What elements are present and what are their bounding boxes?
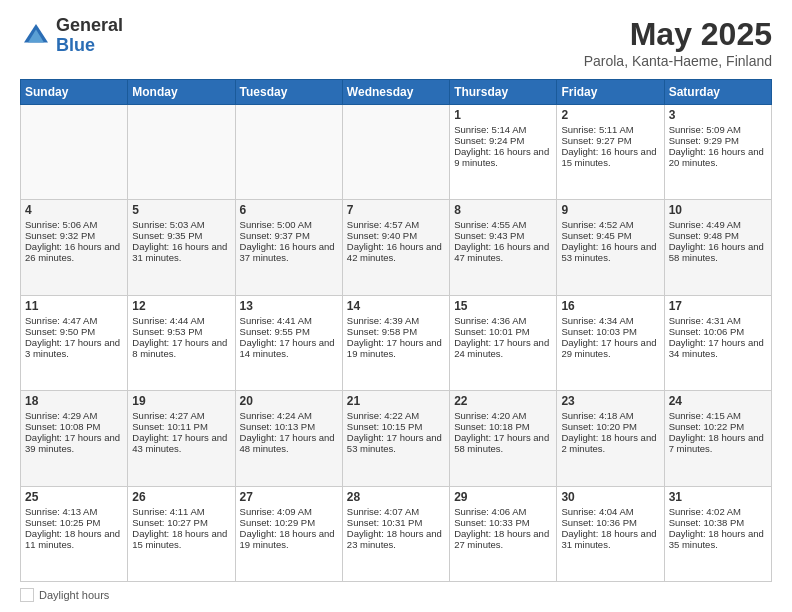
calendar-table: SundayMondayTuesdayWednesdayThursdayFrid…: [20, 79, 772, 582]
day-info: Sunrise: 4:34 AM Sunset: 10:03 PM Daylig…: [561, 315, 656, 359]
daylight-label: Daylight hours: [39, 589, 109, 601]
calendar-cell: 19Sunrise: 4:27 AM Sunset: 10:11 PM Dayl…: [128, 391, 235, 486]
day-info: Sunrise: 4:09 AM Sunset: 10:29 PM Daylig…: [240, 506, 335, 550]
logo-general: General: [56, 15, 123, 35]
week-row-3: 11Sunrise: 4:47 AM Sunset: 9:50 PM Dayli…: [21, 295, 772, 390]
day-info: Sunrise: 4:55 AM Sunset: 9:43 PM Dayligh…: [454, 219, 549, 263]
calendar-cell: 27Sunrise: 4:09 AM Sunset: 10:29 PM Dayl…: [235, 486, 342, 581]
day-info: Sunrise: 4:02 AM Sunset: 10:38 PM Daylig…: [669, 506, 764, 550]
calendar-cell: [342, 105, 449, 200]
logo-icon: [20, 20, 52, 52]
weekday-header-sunday: Sunday: [21, 80, 128, 105]
page: General Blue May 2025 Parola, Kanta-Haem…: [0, 0, 792, 612]
day-info: Sunrise: 4:22 AM Sunset: 10:15 PM Daylig…: [347, 410, 442, 454]
day-number: 23: [561, 394, 659, 408]
day-number: 9: [561, 203, 659, 217]
day-info: Sunrise: 4:15 AM Sunset: 10:22 PM Daylig…: [669, 410, 764, 454]
weekday-header-row: SundayMondayTuesdayWednesdayThursdayFrid…: [21, 80, 772, 105]
title-block: May 2025 Parola, Kanta-Haeme, Finland: [584, 16, 772, 69]
calendar-cell: 20Sunrise: 4:24 AM Sunset: 10:13 PM Dayl…: [235, 391, 342, 486]
calendar-cell: 28Sunrise: 4:07 AM Sunset: 10:31 PM Dayl…: [342, 486, 449, 581]
week-row-2: 4Sunrise: 5:06 AM Sunset: 9:32 PM Daylig…: [21, 200, 772, 295]
calendar-cell: 8Sunrise: 4:55 AM Sunset: 9:43 PM Daylig…: [450, 200, 557, 295]
weekday-header-thursday: Thursday: [450, 80, 557, 105]
month-title: May 2025: [584, 16, 772, 53]
day-info: Sunrise: 4:41 AM Sunset: 9:55 PM Dayligh…: [240, 315, 335, 359]
day-info: Sunrise: 5:06 AM Sunset: 9:32 PM Dayligh…: [25, 219, 120, 263]
calendar-cell: [21, 105, 128, 200]
logo-text: General Blue: [56, 16, 123, 56]
calendar-cell: 18Sunrise: 4:29 AM Sunset: 10:08 PM Dayl…: [21, 391, 128, 486]
calendar-cell: 9Sunrise: 4:52 AM Sunset: 9:45 PM Daylig…: [557, 200, 664, 295]
weekday-header-saturday: Saturday: [664, 80, 771, 105]
day-number: 25: [25, 490, 123, 504]
legend: Daylight hours: [20, 588, 772, 602]
calendar-cell: [235, 105, 342, 200]
calendar-cell: 5Sunrise: 5:03 AM Sunset: 9:35 PM Daylig…: [128, 200, 235, 295]
day-number: 20: [240, 394, 338, 408]
calendar-cell: 21Sunrise: 4:22 AM Sunset: 10:15 PM Dayl…: [342, 391, 449, 486]
calendar-cell: 30Sunrise: 4:04 AM Sunset: 10:36 PM Dayl…: [557, 486, 664, 581]
legend-item-daylight: Daylight hours: [20, 588, 109, 602]
day-number: 24: [669, 394, 767, 408]
day-number: 28: [347, 490, 445, 504]
day-number: 29: [454, 490, 552, 504]
day-number: 14: [347, 299, 445, 313]
day-number: 19: [132, 394, 230, 408]
day-info: Sunrise: 4:07 AM Sunset: 10:31 PM Daylig…: [347, 506, 442, 550]
day-info: Sunrise: 4:11 AM Sunset: 10:27 PM Daylig…: [132, 506, 227, 550]
day-info: Sunrise: 4:49 AM Sunset: 9:48 PM Dayligh…: [669, 219, 764, 263]
day-info: Sunrise: 4:18 AM Sunset: 10:20 PM Daylig…: [561, 410, 656, 454]
day-info: Sunrise: 4:47 AM Sunset: 9:50 PM Dayligh…: [25, 315, 120, 359]
calendar-cell: 22Sunrise: 4:20 AM Sunset: 10:18 PM Dayl…: [450, 391, 557, 486]
day-number: 13: [240, 299, 338, 313]
day-number: 3: [669, 108, 767, 122]
day-number: 17: [669, 299, 767, 313]
day-number: 30: [561, 490, 659, 504]
weekday-header-friday: Friday: [557, 80, 664, 105]
day-number: 16: [561, 299, 659, 313]
calendar-cell: 31Sunrise: 4:02 AM Sunset: 10:38 PM Dayl…: [664, 486, 771, 581]
day-info: Sunrise: 4:27 AM Sunset: 10:11 PM Daylig…: [132, 410, 227, 454]
day-number: 5: [132, 203, 230, 217]
day-info: Sunrise: 5:11 AM Sunset: 9:27 PM Dayligh…: [561, 124, 656, 168]
calendar-cell: 6Sunrise: 5:00 AM Sunset: 9:37 PM Daylig…: [235, 200, 342, 295]
day-info: Sunrise: 4:44 AM Sunset: 9:53 PM Dayligh…: [132, 315, 227, 359]
logo-blue: Blue: [56, 35, 95, 55]
calendar-cell: 14Sunrise: 4:39 AM Sunset: 9:58 PM Dayli…: [342, 295, 449, 390]
calendar-cell: 24Sunrise: 4:15 AM Sunset: 10:22 PM Dayl…: [664, 391, 771, 486]
day-number: 15: [454, 299, 552, 313]
day-number: 11: [25, 299, 123, 313]
calendar-cell: 15Sunrise: 4:36 AM Sunset: 10:01 PM Dayl…: [450, 295, 557, 390]
day-info: Sunrise: 4:04 AM Sunset: 10:36 PM Daylig…: [561, 506, 656, 550]
calendar-cell: 29Sunrise: 4:06 AM Sunset: 10:33 PM Dayl…: [450, 486, 557, 581]
day-info: Sunrise: 4:36 AM Sunset: 10:01 PM Daylig…: [454, 315, 549, 359]
calendar-cell: 2Sunrise: 5:11 AM Sunset: 9:27 PM Daylig…: [557, 105, 664, 200]
day-number: 22: [454, 394, 552, 408]
day-number: 8: [454, 203, 552, 217]
calendar-cell: 1Sunrise: 5:14 AM Sunset: 9:24 PM Daylig…: [450, 105, 557, 200]
calendar-cell: 25Sunrise: 4:13 AM Sunset: 10:25 PM Dayl…: [21, 486, 128, 581]
calendar-cell: 3Sunrise: 5:09 AM Sunset: 9:29 PM Daylig…: [664, 105, 771, 200]
day-info: Sunrise: 5:14 AM Sunset: 9:24 PM Dayligh…: [454, 124, 549, 168]
calendar-cell: [128, 105, 235, 200]
weekday-header-tuesday: Tuesday: [235, 80, 342, 105]
day-info: Sunrise: 4:06 AM Sunset: 10:33 PM Daylig…: [454, 506, 549, 550]
calendar-cell: 26Sunrise: 4:11 AM Sunset: 10:27 PM Dayl…: [128, 486, 235, 581]
week-row-1: 1Sunrise: 5:14 AM Sunset: 9:24 PM Daylig…: [21, 105, 772, 200]
day-number: 26: [132, 490, 230, 504]
calendar-cell: 16Sunrise: 4:34 AM Sunset: 10:03 PM Dayl…: [557, 295, 664, 390]
day-number: 31: [669, 490, 767, 504]
day-number: 10: [669, 203, 767, 217]
day-info: Sunrise: 4:57 AM Sunset: 9:40 PM Dayligh…: [347, 219, 442, 263]
day-info: Sunrise: 5:03 AM Sunset: 9:35 PM Dayligh…: [132, 219, 227, 263]
calendar-cell: 23Sunrise: 4:18 AM Sunset: 10:20 PM Dayl…: [557, 391, 664, 486]
calendar-cell: 12Sunrise: 4:44 AM Sunset: 9:53 PM Dayli…: [128, 295, 235, 390]
day-info: Sunrise: 4:13 AM Sunset: 10:25 PM Daylig…: [25, 506, 120, 550]
weekday-header-wednesday: Wednesday: [342, 80, 449, 105]
day-info: Sunrise: 5:00 AM Sunset: 9:37 PM Dayligh…: [240, 219, 335, 263]
day-number: 1: [454, 108, 552, 122]
day-info: Sunrise: 4:20 AM Sunset: 10:18 PM Daylig…: [454, 410, 549, 454]
day-number: 6: [240, 203, 338, 217]
day-number: 18: [25, 394, 123, 408]
